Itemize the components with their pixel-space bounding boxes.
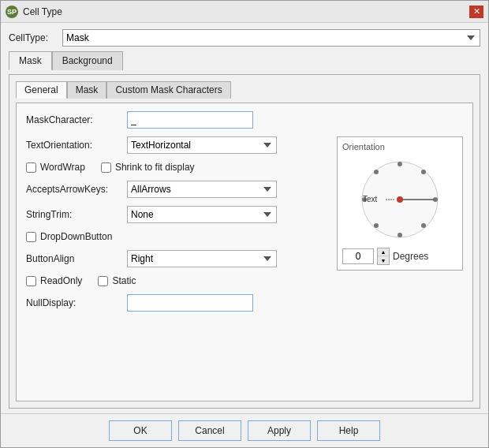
mask-character-label: MaskCharacter: [26,114,121,125]
inner-tabs: General Mask Custom Mask Characters [16,81,473,99]
main-panel: General Mask Custom Mask Characters Mask… [9,74,480,409]
celltype-label: CellType: [9,32,56,43]
cancel-button[interactable]: Cancel [178,420,241,441]
tab-mask[interactable]: Mask [9,51,52,70]
wordwrap-label: WordWrap [40,162,85,173]
tab-background[interactable]: Background [52,51,123,70]
dropdown-button-label: DropDownButton [40,231,112,242]
dropdown-button-row: DropDownButton [26,231,329,242]
null-display-label: NullDisplay: [26,297,121,308]
svg-point-6 [374,223,379,228]
title-bar-left: SP Cell Type [6,6,62,18]
left-col: TextOrientation: TextHorizontal TextVert… [26,136,329,393]
readonly-checkbox-item: ReadOnly [26,275,82,286]
inner-tab-mask[interactable]: Mask [67,81,107,99]
help-button[interactable]: Help [317,420,380,441]
degrees-label: Degrees [393,251,428,262]
degrees-input[interactable]: 0 [342,248,374,264]
svg-point-5 [398,233,402,237]
static-checkbox[interactable] [98,276,108,286]
dropdown-button-checkbox[interactable] [26,232,36,242]
null-display-input[interactable] [127,294,253,312]
orientation-title: Orientation [342,142,385,151]
dialog-body: CellType: Mask Text Number Date Mask Bac… [1,23,488,413]
svg-point-1 [398,162,402,166]
inner-panel: MaskCharacter: TextOrientation: TextHori… [16,103,473,401]
orientation-dial[interactable]: Text [356,156,443,243]
title-bar: SP Cell Type ✕ [1,1,488,23]
svg-point-10 [397,196,403,203]
mask-character-row: MaskCharacter: [26,111,463,129]
content-area: TextOrientation: TextHorizontal TextVert… [26,136,463,393]
app-icon: SP [6,6,18,18]
celltype-select[interactable]: Mask Text Number Date [62,29,480,47]
dial-svg: Text [356,156,443,243]
string-trim-select[interactable]: None Left Right Both [127,206,277,223]
accepts-arrow-keys-label: AcceptsArrowKeys: [26,184,121,195]
ok-button[interactable]: OK [109,420,172,441]
svg-point-2 [421,170,426,174]
degrees-down-button[interactable]: ▼ [378,256,389,264]
shrink-to-fit-label: Shrink to fit display [115,162,195,173]
degrees-spinner: ▲ ▼ [377,248,390,265]
inner-tab-custom[interactable]: Custom Mask Characters [106,81,230,99]
celltype-row: CellType: Mask Text Number Date [9,29,480,47]
footer: OK Cancel Apply Help [1,413,488,447]
svg-point-8 [374,170,379,174]
cell-type-dialog: SP Cell Type ✕ CellType: Mask Text Numbe… [0,0,489,448]
string-trim-label: StringTrim: [26,209,121,220]
orientation-box: Orientation [337,136,463,271]
svg-point-4 [421,223,426,228]
button-align-select[interactable]: Right Left Center [127,250,277,267]
inner-tab-general[interactable]: General [16,81,67,99]
close-button[interactable]: ✕ [469,6,483,18]
shrink-to-fit-checkbox[interactable] [101,162,111,173]
dropdown-button-checkbox-item: DropDownButton [26,231,112,242]
readonly-static-row: ReadOnly Static [26,275,329,286]
button-align-label: ButtonAlign [26,253,121,264]
accepts-arrow-keys-select[interactable]: AllArrows None Horizontal Vertical [127,181,277,198]
outer-tabs: Mask Background [9,51,480,70]
accepts-arrow-keys-row: AcceptsArrowKeys: AllArrows None Horizon… [26,181,329,198]
readonly-checkbox[interactable] [26,276,36,286]
string-trim-row: StringTrim: None Left Right Both [26,206,329,223]
degrees-row: 0 ▲ ▼ Degrees [342,248,457,265]
svg-text:Text: Text [363,195,378,203]
static-label: Static [112,275,136,286]
wordwrap-checkbox[interactable] [26,162,36,173]
right-col: Orientation [337,136,463,393]
text-orientation-select[interactable]: TextHorizontal TextVertical Text90 Text2… [127,136,277,154]
text-orientation-label: TextOrientation: [26,140,121,151]
wordwrap-row: WordWrap Shrink to fit display [26,162,329,173]
static-checkbox-item: Static [98,275,136,286]
degrees-up-button[interactable]: ▲ [378,248,389,256]
readonly-label: ReadOnly [40,275,82,286]
shrink-to-fit-checkbox-item: Shrink to fit display [101,162,195,173]
text-orientation-row: TextOrientation: TextHorizontal TextVert… [26,136,329,154]
null-display-row: NullDisplay: [26,294,329,312]
mask-character-input[interactable] [127,111,253,129]
button-align-row: ButtonAlign Right Left Center [26,250,329,267]
apply-button[interactable]: Apply [248,420,311,441]
dialog-title: Cell Type [23,6,62,17]
wordwrap-checkbox-item: WordWrap [26,162,85,173]
